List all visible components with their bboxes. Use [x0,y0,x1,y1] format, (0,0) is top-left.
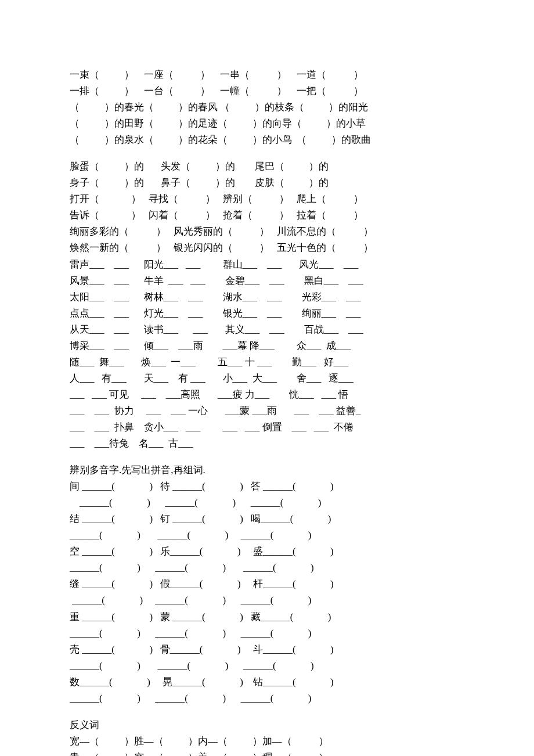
fill-blank-line: 博采___ ___ 倾___ ___雨 ___幕 降___ 众___ 成___ [70,338,464,354]
fill-blank-line: 一排（ ） 一台（ ） 一幢（ ） 一把（ ） [70,83,464,99]
fill-blank-line: 雷声___ ___ 阳光___ ___ 群山___ ___ 风光___ ___ [70,257,464,273]
fill-blank-line: 打开（ ） 寻找（ ） 辨别（ ） 爬上（ ） [70,191,464,207]
polyphonic-row: 壳 ______( ) 骨______( ) 斗______( ) [70,642,464,658]
fill-blank-line: 身子（ ）的 鼻子（ ）的 皮肤（ ）的 [70,175,464,191]
fill-blank-line: ___ ___ 可见 ___ ___高照 ___疲 力___ 恍___ ___ … [70,387,464,403]
polyphonic-table: 间 ______( ) 待 ______( ) 答 ______( ) ____… [70,478,464,707]
polyphonic-row: ______( ) ______( ) ______( ) [70,527,464,543]
fill-blank-line: 告诉（ ） 闪着（ ） 抢着（ ） 拉着（ ） [70,207,464,224]
fill-blank-line: （ ）的泉水（ ）的花朵（ ）的小鸟 （ ）的歌曲 [70,132,464,148]
fill-blank-line: ___ ___ 扑鼻 贪小___ ___ ___ ___ 倒置 ___ ___ … [70,419,464,435]
fill-blank-line: 风景___ ___ 牛羊 ___ ___ 金碧___ ___ 黑白___ ___ [70,273,464,289]
fill-blank-line: 点点___ ___ 灯光___ ___ 银光___ ___ 绚丽___ ___ [70,305,464,322]
fill-blank-line: 太阳___ ___ 树林___ ___ 湖水___ ___ 光彩___ ___ [70,289,464,305]
polyphonic-row: ______( ) ______( ) ______( ) [70,625,464,642]
document-page: 一束（ ） 一座（ ） 一串（ ） 一道（ ） 一排（ ） 一台（ ） 一幢（ … [0,0,534,756]
polyphonic-row: ______( ) ______( ) ______( ) [70,592,464,609]
fill-blank-line: 人___ 有___ 天___ 有 ___ 小___ 大___ 舍___ 逐___ [70,370,464,387]
fill-blank-line: 宽—（ ）胜—（ ）内—（ ）加—（ ） [70,733,464,750]
polyphonic-row: 空 ______( ) 乐______( ) 盛______( ) [70,543,464,560]
polyphonic-row: 数______( ) 晃______( ) 钻______( ) [70,674,464,690]
fill-blank-line: （ ）的田野（ ）的足迹（ ）的向导（ ）的小草 [70,116,464,132]
fill-blank-line: 一束（ ） 一座（ ） 一串（ ） 一道（ ） [70,67,464,83]
polyphonic-row: 结 ______( ) 钉 ______( ) 喝______( ) [70,511,464,527]
section-title: 辨别多音字.先写出拼音,再组词. [70,462,464,478]
fill-blank-line: 随___ 舞___ 焕___ 一___ 五___ 十 ___ 勤___ 好___ [70,354,464,370]
fill-blank-line: 贵—（ ）穷—（ ）善—（ ）稠—（ ） [70,750,464,756]
section-title: 反义词 [70,717,464,733]
fill-blank-line: 焕然一新的（ ） 银光闪闪的（ ） 五光十色的（ ） [70,240,464,256]
polyphonic-row: 缝 ______( ) 假______( ) 杆______( ) [70,576,464,592]
fill-blank-line: （ ）的春光（ ）的春风 （ ）的枝条（ ）的阳光 [70,99,464,116]
fill-blank-line: ___ ___待兔 名___ 古___ [70,435,464,452]
fill-blank-line: 从天___ ___ 读书___ ___ 其义___ ___ 百战___ ___ [70,322,464,338]
fill-blank-line: 绚丽多彩的（ ） 风光秀丽的（ ） 川流不息的（ ） [70,224,464,240]
polyphonic-row: ______( ) ______( ) ______( ) [70,658,464,674]
fill-blank-line: 脸蛋（ ）的 头发（ ）的 尾巴（ ）的 [70,159,464,175]
polyphonic-row: ______( ) ______( ) ______( ) [70,495,464,511]
polyphonic-row: 重 ______( ) 蒙 ______( ) 藏______( ) [70,609,464,625]
fill-blank-line: ___ ___ 协力 ___ ___ 一心 ___蒙 ___雨 ___ ___ … [70,403,464,419]
polyphonic-row: 间 ______( ) 待 ______( ) 答 ______( ) [70,478,464,495]
polyphonic-row: ______( ) ______( ) ______( ) [70,560,464,576]
polyphonic-row: ______( ) ______( ) ______( ) [70,690,464,707]
